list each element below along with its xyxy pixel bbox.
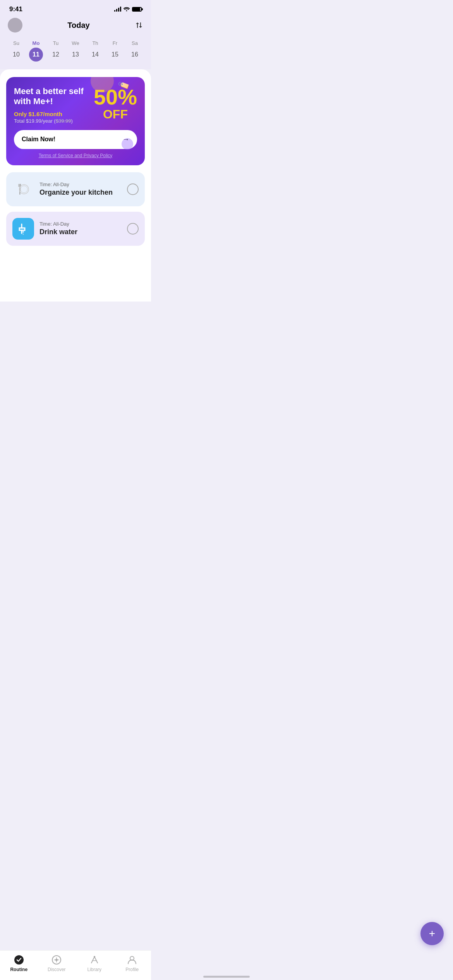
promo-content: Meet a better self with Me+! Only $1.67/… [14,86,137,124]
sort-button[interactable] [135,21,143,29]
svg-point-9 [23,233,24,235]
calendar-days: Su 10 Mo 11 Tu 12 We 13 Th 14 Fr 15 Sa 1… [8,40,143,62]
svg-point-8 [22,231,24,233]
task-checkbox-kitchen[interactable] [127,183,139,195]
task-card-water: Time: All-Day Drink water [6,212,145,246]
task-card-kitchen: Time: All-Day Organize your kitchen [6,172,145,206]
calendar: Su 10 Mo 11 Tu 12 We 13 Th 14 Fr 15 Sa 1… [0,37,151,69]
task-info-water: Time: All-Day Drink water [39,221,122,236]
promo-banner: Meet a better self with Me+! Only $1.67/… [6,77,145,165]
status-time: 9:41 [9,5,22,13]
status-icons [114,7,142,12]
promo-title: Meet a better self with Me+! [14,86,90,107]
wifi-icon [124,7,130,12]
svg-rect-3 [19,184,19,187]
promo-price: Only $1.67/month [14,111,90,117]
task-info-kitchen: Time: All-Day Organize your kitchen [39,182,122,197]
task-time-kitchen: Time: All-Day [39,182,122,187]
task-time-water: Time: All-Day [39,221,122,227]
promo-total: Total $19.99/year ($39.99) [14,118,90,124]
claim-now-button[interactable]: Claim Now! → [14,130,137,149]
status-bar: 9:41 [0,0,151,16]
terms-link[interactable]: Terms of Service and Privacy Policy [14,153,137,158]
svg-rect-7 [14,219,33,238]
promo-percent: 50% [94,86,137,108]
header: Today [0,16,151,37]
calendar-day-th[interactable]: Th 14 [87,40,104,62]
water-icon [12,218,34,240]
task-name-water: Drink water [39,228,122,236]
avatar[interactable] [8,18,22,33]
calendar-day-mo[interactable]: Mo 11 [27,40,45,62]
main-content: Meet a better self with Me+! Only $1.67/… [0,69,151,302]
calendar-day-we[interactable]: We 13 [67,40,84,62]
promo-off: OFF [94,108,137,120]
promo-right: 🏷️ 50% OFF [90,86,137,120]
battery-icon [132,7,142,12]
calendar-day-su[interactable]: Su 10 [8,40,25,62]
calendar-day-fr[interactable]: Fr 15 [106,40,124,62]
svg-point-0 [13,179,33,199]
page-title: Today [67,21,89,30]
arrow-right-icon: → [122,135,129,144]
calendar-day-tu[interactable]: Tu 12 [47,40,64,62]
signal-icon [114,7,121,12]
task-name-kitchen: Organize your kitchen [39,188,122,197]
promo-left: Meet a better self with Me+! Only $1.67/… [14,86,90,124]
kitchen-icon [12,178,34,200]
calendar-day-sa[interactable]: Sa 16 [126,40,143,62]
task-checkbox-water[interactable] [127,223,139,235]
